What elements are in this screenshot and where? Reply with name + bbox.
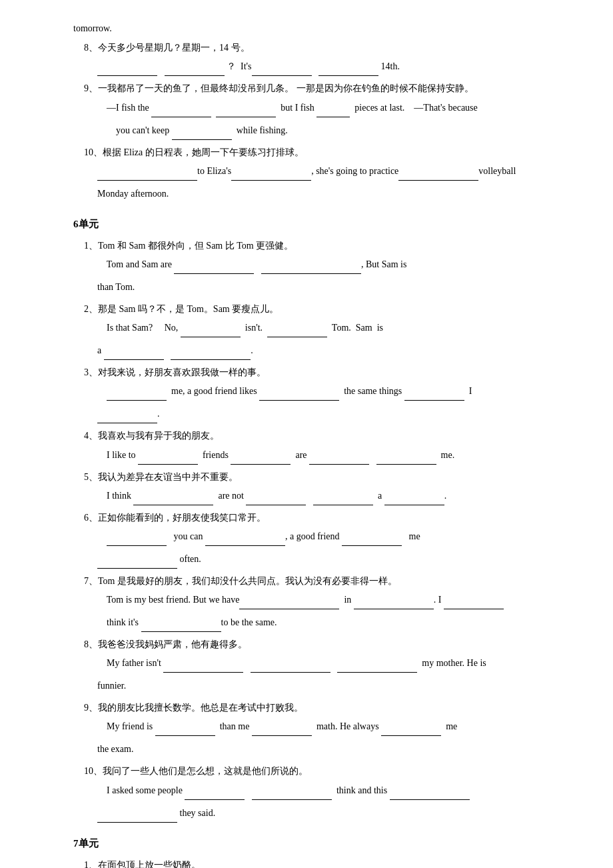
u6q4-en: I like to friends are me. <box>97 446 560 465</box>
q10-en1: to Eliza's, she's going to practicevolle… <box>97 162 560 181</box>
q8-blank3[interactable] <box>252 65 312 76</box>
q9-blank4[interactable] <box>172 129 232 140</box>
u6q5-blank3[interactable] <box>313 495 373 505</box>
u6q10-blank2[interactable] <box>252 789 332 800</box>
u6q10-en: I asked some people think and this <box>97 781 560 800</box>
u6q3-en2: . <box>97 405 560 423</box>
q8-en: ？ It's 14th. <box>97 57 560 76</box>
u6q9-en2: the exam. <box>97 740 560 759</box>
q9-blank1[interactable] <box>151 107 211 117</box>
u6q8-en: My father isn't my mother. He is <box>97 654 560 673</box>
unit6-section: 6单元 1、Tom 和 Sam 都很外向，但 Sam 比 Tom 更强健。 To… <box>73 215 560 823</box>
u6q5-blank4[interactable] <box>384 495 444 505</box>
u6q9-zh: 9、我的朋友比我擅长数学。他总是在考试中打败我。 <box>84 699 560 716</box>
q9-blank3[interactable] <box>316 107 350 117</box>
u6q9-blank1[interactable] <box>155 725 215 736</box>
q10-en2: Monday afternoon. <box>97 185 560 203</box>
u6q3-blank2[interactable] <box>259 390 339 401</box>
u6q2-blank3[interactable] <box>104 349 164 360</box>
unit7-section: 7单元 1、在面包顶上放一些奶酪。 some cheese of the bre… <box>73 835 560 868</box>
u6q8-en2: funnier. <box>97 677 560 695</box>
u6q7-en2: think it's to be the same. <box>97 613 560 632</box>
u6q5-blank1[interactable] <box>133 495 213 505</box>
u6q6-blank1[interactable] <box>107 535 167 546</box>
u6q2-en2: a . <box>97 341 560 360</box>
u6q6-blank2[interactable] <box>205 535 285 546</box>
u6q10-blank3[interactable] <box>390 789 470 800</box>
q8-zh: 8、今天多少号星期几？星期一，14 号。 <box>84 39 560 56</box>
u7q1-zh: 1、在面包顶上放一些奶酪。 <box>84 857 560 868</box>
q9-en1: —I fish the but I fish pieces at last. —… <box>97 99 560 117</box>
u6q5-en: I think are not a . <box>97 487 560 505</box>
u6q3-en: me, a good friend likes the same things … <box>97 382 560 401</box>
q10-zh: 10、根据 Eliza 的日程表，她周一下午要练习打排球。 <box>84 144 560 161</box>
u6q2-en: Is that Sam? No, isn't. Tom. Sam is <box>97 319 560 337</box>
u6q1-blank2[interactable] <box>261 263 361 274</box>
u6q1-en: Tom and Sam are , But Sam is <box>97 255 560 274</box>
u6q8-zh: 8、我爸爸没我妈妈严肃，他有趣得多。 <box>84 636 560 653</box>
u6q3-blank3[interactable] <box>404 390 464 401</box>
u6q6-blank3[interactable] <box>342 535 402 546</box>
unit6-title: 6单元 <box>73 215 560 233</box>
u6q10-zh: 10、我问了一些人他们是怎么想，这就是他们所说的。 <box>84 763 560 779</box>
u6q3-blank4[interactable] <box>97 413 157 423</box>
u6q4-blank3[interactable] <box>309 454 369 465</box>
u6q7-blank2[interactable] <box>354 599 434 609</box>
document-content: tomorrow. 8、今天多少号星期几？星期一，14 号。 ？ It's 14… <box>73 20 560 868</box>
u6q10-blank1[interactable] <box>185 789 245 800</box>
u6q8-blank3[interactable] <box>337 662 417 673</box>
u6q9-blank3[interactable] <box>381 725 441 736</box>
u6q10-en2: they said. <box>97 804 560 823</box>
u6q4-zh: 4、我喜欢与我有异于我的朋友。 <box>84 427 560 444</box>
q9-zh: 9、一我都吊了一天的鱼了，但最终却没吊到几条。 一那是因为你在钓鱼的时候不能保持… <box>84 80 560 97</box>
u6q6-zh: 6、正如你能看到的，好朋友使我笑口常开。 <box>84 509 560 526</box>
q8-blank2[interactable] <box>165 65 225 76</box>
q10-blank2[interactable] <box>231 170 311 181</box>
u6q1-blank1[interactable] <box>174 263 254 274</box>
q9-blank2[interactable] <box>216 107 276 117</box>
u6q4-blank1[interactable] <box>138 454 198 465</box>
u6q2-blank2[interactable] <box>267 327 327 337</box>
u6q7-blank3[interactable] <box>444 599 504 609</box>
u6q6-en: you can , a good friend me <box>97 527 560 546</box>
u6q1-en2: than Tom. <box>97 278 560 297</box>
q10-blank3[interactable] <box>398 170 478 181</box>
u6q5-blank2[interactable] <box>246 495 306 505</box>
q8-blank1[interactable] <box>97 65 157 76</box>
u6q4-blank4[interactable] <box>376 454 436 465</box>
q9-en2: you can't keep while fishing. <box>97 121 560 140</box>
u6q2-blank4[interactable] <box>171 349 251 360</box>
u6q7-zh: 7、Tom 是我最好的朋友，我们却没什么共同点。我认为没有必要非得一样。 <box>84 573 560 589</box>
u6q7-en: Tom is my best friend. But we have in . … <box>97 591 560 609</box>
u6q6-en2: often. <box>97 550 560 569</box>
u6q3-blank1[interactable] <box>107 390 167 401</box>
u6q8-blank1[interactable] <box>163 662 243 673</box>
u6q2-blank1[interactable] <box>181 327 241 337</box>
u6q8-blank2[interactable] <box>251 662 330 673</box>
u6q9-en: My friend is than me math. He always me <box>97 717 560 736</box>
u6q3-zh: 3、对我来说，好朋友喜欢跟我做一样的事。 <box>84 364 560 381</box>
u6q10-blank4[interactable] <box>97 812 177 823</box>
u6q9-blank2[interactable] <box>252 725 312 736</box>
q10-blank1[interactable] <box>97 170 197 181</box>
u6q7-blank4[interactable] <box>141 621 221 632</box>
u6q2-zh: 2、那是 Sam 吗？不，是 Tom。Sam 要瘦点儿。 <box>84 301 560 317</box>
unit7-title: 7单元 <box>73 835 560 853</box>
u6q6-blank4[interactable] <box>97 558 177 569</box>
top-tomorrow: tomorrow. <box>73 20 560 37</box>
q8-blank4[interactable] <box>318 65 378 76</box>
u6q1-zh: 1、Tom 和 Sam 都很外向，但 Sam 比 Tom 更强健。 <box>84 237 560 254</box>
u6q5-zh: 5、我认为差异在友谊当中并不重要。 <box>84 469 560 485</box>
u6q7-blank1[interactable] <box>239 599 339 609</box>
u6q4-blank2[interactable] <box>231 454 291 465</box>
